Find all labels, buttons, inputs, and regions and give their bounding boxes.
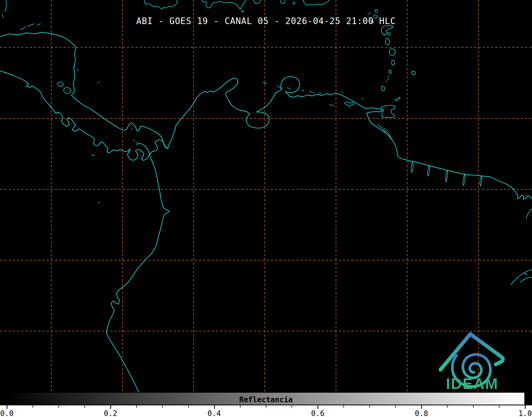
island-mona (293, 2, 295, 4)
colorbar-minor-tick (136, 405, 137, 408)
colorbar-minor-tick (395, 405, 396, 408)
colorbar-major-tick (7, 405, 7, 409)
map-canvas: ABI - GOES 19 - CANAL 05 - 2026-04-25 21… (0, 0, 532, 392)
island-hispaniola (202, 0, 285, 10)
colorbar-major-tick (110, 405, 111, 409)
colorbar-tick-label: 0.2 (104, 409, 117, 417)
colorbar-tick-label: 0.8 (415, 409, 428, 417)
colorbar-minor-tick (292, 405, 292, 408)
colorbar-minor-tick (473, 405, 474, 408)
colorbar-minor-tick (58, 405, 59, 408)
map-title: ABI - GOES 19 - CANAL 05 - 2026-04-25 21… (0, 16, 532, 26)
colorbar-minor-tick (369, 405, 370, 408)
colorbar-major-tick (214, 405, 215, 409)
lake-nicaragua (58, 82, 71, 93)
colorbar-minor-tick (499, 405, 499, 408)
colorbar-minor-tick (162, 405, 163, 408)
islands-small-dots (77, 70, 137, 203)
colorbar-minor-tick (240, 405, 240, 408)
colorbar-minor-tick (447, 405, 448, 408)
colorbar-minor-tick (84, 405, 85, 408)
colorbar-tick-label: 1.0 (519, 409, 532, 417)
colorbar-tick-label: 0.4 (207, 409, 221, 417)
colorbar-major-tick (525, 405, 526, 409)
ideam-logo-text: IDEAM (434, 375, 511, 392)
colorbar-tick-label: 0.6 (311, 409, 325, 417)
colorbar-minor-tick (33, 405, 33, 408)
river-amazon-mouth (511, 209, 532, 285)
islands-venezuela-offshore (263, 83, 363, 107)
island-trinidad (381, 105, 395, 118)
island-tobago (395, 97, 400, 101)
coastline-mainland-caribbean (0, 32, 532, 199)
colorbar-tick-label: 0.0 (0, 409, 14, 417)
colorbar-minor-tick (188, 405, 189, 408)
colorbar-minor-tick (343, 405, 344, 408)
island-puerto-rico (303, 0, 329, 5)
satellite-image-viewer: ABI - GOES 19 - CANAL 05 - 2026-04-25 21… (0, 0, 532, 417)
colorbar-label: Reflectancia (8, 395, 524, 404)
coastline-river-mouths (411, 161, 482, 186)
colorbar-major-tick (421, 405, 422, 409)
island-dot-south-hispaniola (242, 11, 243, 12)
colorbar-row: Reflectancia (0, 392, 532, 405)
colorbar-axis: 0.00.20.40.60.81.0 (0, 405, 532, 417)
coastline-mainland-pacific (0, 71, 169, 392)
colorbar-major-tick (317, 405, 318, 409)
colorbar-gradient: Reflectancia (7, 392, 525, 405)
island-jamaica (144, 0, 177, 9)
colorbar-minor-tick (266, 405, 266, 408)
